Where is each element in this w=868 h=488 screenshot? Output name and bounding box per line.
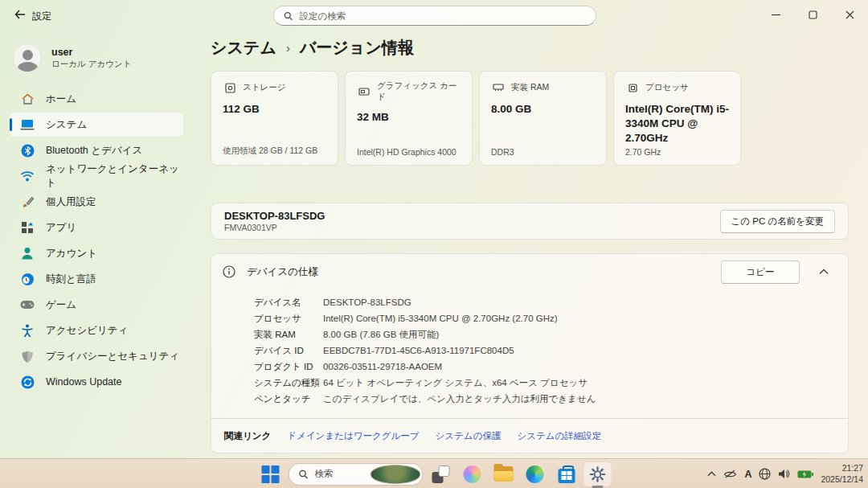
network-icon — [20, 169, 35, 183]
minimize-button[interactable] — [757, 0, 794, 29]
storage-icon — [223, 80, 237, 95]
volume-icon[interactable] — [778, 469, 790, 479]
personalization-icon — [20, 195, 35, 209]
start-button[interactable] — [257, 462, 285, 486]
settings-search-box[interactable] — [273, 6, 596, 26]
sidebar-item-label: Windows Update — [46, 376, 122, 388]
breadcrumb: システム › バージョン情報 — [211, 37, 414, 59]
eye-slash-icon[interactable] — [723, 469, 737, 479]
sidebar-item-personalization[interactable]: 個人用設定 — [10, 190, 183, 214]
chevron-up-icon — [819, 269, 829, 275]
link-advanced-system-settings[interactable]: システムの詳細設定 — [517, 430, 601, 442]
spec-value: EEBDC7B1-77D1-45C6-A913-11971FC804D5 — [323, 346, 514, 355]
copilot-icon — [464, 465, 481, 483]
windows-logo-icon — [262, 465, 280, 483]
card-detail: DDR3 — [491, 147, 598, 157]
bluetooth-icon — [20, 143, 35, 158]
taskbar-search[interactable]: 検索 — [289, 463, 424, 486]
clock-date: 2025/12/14 — [821, 474, 863, 485]
file-explorer-button[interactable] — [490, 462, 518, 486]
spec-value: このディスプレイでは、ペン入力とタッチ入力は利用できません — [323, 393, 596, 405]
sidebar-item-label: 個人用設定 — [46, 195, 96, 209]
sidebar: user ローカル アカウント ホーム システム Bluetooth とデバイス… — [0, 29, 193, 458]
accessibility-icon — [20, 323, 35, 338]
sidebar-item-bluetooth-devices[interactable]: Bluetooth とデバイス — [10, 138, 183, 162]
card-label: プロセッサ — [645, 82, 689, 93]
card-value: Intel(R) Core(TM) i5-3340M CPU @ 2.70GHz — [625, 102, 729, 146]
link-domain-workgroup[interactable]: ドメインまたはワークグループ — [287, 430, 419, 442]
card-label: ストレージ — [243, 82, 285, 93]
sidebar-item-label: プライバシーとセキュリティ — [46, 350, 179, 363]
accounts-icon — [20, 246, 35, 260]
device-model: FMVA0301VP — [224, 223, 325, 232]
device-spec-header[interactable]: デバイスの仕様 コピー — [211, 254, 848, 289]
home-icon — [20, 92, 35, 106]
settings-button[interactable] — [584, 462, 612, 486]
store-button[interactable] — [553, 462, 580, 486]
card-detail: Intel(R) HD Graphics 4000 — [357, 147, 464, 157]
copilot-button[interactable] — [459, 462, 486, 486]
spec-value: 64 ビット オペレーティング システム、x64 ベース プロセッサ — [323, 377, 588, 389]
sidebar-item-label: システム — [46, 118, 87, 132]
maximize-button[interactable] — [794, 0, 831, 29]
spec-value: DESKTOP-83LFSDG — [323, 297, 411, 307]
taskbar-search-label: 検索 — [315, 468, 364, 480]
tray-expand-button[interactable] — [707, 471, 716, 477]
chevron-up-icon — [707, 471, 716, 477]
task-view-button[interactable] — [428, 462, 455, 486]
user-name: user — [51, 47, 131, 58]
clock-time: 21:27 — [821, 463, 863, 474]
ram-card: 実装 RAM 8.00 GB DDR3 — [479, 71, 607, 166]
device-name: DESKTOP-83LFSDG — [224, 210, 325, 222]
sidebar-item-home[interactable]: ホーム — [10, 87, 183, 111]
spec-value: Intel(R) Core(TM) i5-3340M CPU @ 2.70GHz… — [323, 314, 558, 323]
sidebar-item-gaming[interactable]: ゲーム — [10, 293, 183, 317]
taskbar: 検索 A 21:27 2025/12/14 — [0, 458, 868, 488]
time-language-icon — [20, 272, 35, 286]
sidebar-item-system[interactable]: システム — [10, 113, 183, 137]
back-button[interactable] — [8, 5, 32, 24]
apps-icon — [20, 220, 35, 235]
store-icon — [558, 469, 575, 483]
gaming-icon — [20, 297, 35, 312]
copy-button[interactable]: コピー — [721, 260, 800, 284]
page-title: バージョン情報 — [300, 37, 414, 59]
card-value: 32 MB — [357, 110, 461, 125]
storage-card: ストレージ 112 GB 使用領域 28 GB / 112 GB — [211, 71, 338, 166]
gear-icon — [589, 465, 607, 483]
sidebar-item-accounts[interactable]: アカウント — [10, 241, 183, 265]
ime-mode-indicator[interactable]: A — [744, 469, 751, 480]
device-spec-title: デバイスの仕様 — [247, 265, 710, 279]
spec-label: デバイス ID — [254, 345, 323, 357]
sidebar-item-network-internet[interactable]: ネットワークとインターネット — [10, 164, 183, 188]
sidebar-item-label: アプリ — [46, 221, 76, 235]
battery-icon[interactable] — [797, 470, 813, 479]
sidebar-item-windows-update[interactable]: Windows Update — [10, 370, 183, 394]
sidebar-item-label: 時刻と言語 — [46, 273, 96, 286]
sidebar-item-apps[interactable]: アプリ — [10, 215, 183, 240]
sidebar-item-time-language[interactable]: 時刻と言語 — [10, 267, 183, 291]
collapse-button[interactable] — [811, 265, 837, 278]
sidebar-item-accessibility[interactable]: アクセシビリティ — [10, 318, 183, 342]
breadcrumb-system[interactable]: システム — [211, 37, 276, 59]
cpu-icon — [625, 80, 640, 95]
taskbar-clock[interactable]: 21:27 2025/12/14 — [821, 463, 863, 484]
search-input[interactable] — [299, 11, 586, 21]
rename-pc-button[interactable]: この PC の名前を変更 — [720, 210, 835, 233]
app-title: 設定 — [32, 10, 51, 23]
sidebar-item-label: Bluetooth とデバイス — [46, 144, 142, 158]
system-icon — [20, 117, 35, 132]
close-button[interactable] — [831, 0, 868, 29]
network-globe-icon[interactable] — [759, 468, 771, 480]
spec-label: ペンとタッチ — [254, 393, 323, 405]
sidebar-item-label: ゲーム — [46, 298, 76, 312]
edge-button[interactable] — [522, 462, 549, 486]
sidebar-item-privacy-security[interactable]: プライバシーとセキュリティ — [10, 344, 183, 368]
spec-row: 実装 RAM8.00 GB (7.86 GB 使用可能) — [254, 326, 835, 342]
user-profile[interactable]: user ローカル アカウント — [13, 43, 182, 72]
sidebar-item-label: ネットワークとインターネット — [46, 162, 183, 190]
task-view-icon — [432, 465, 450, 483]
spec-row: ペンとタッチこのディスプレイでは、ペン入力とタッチ入力は利用できません — [254, 391, 835, 407]
link-system-protection[interactable]: システムの保護 — [436, 430, 502, 442]
gpu-icon — [357, 84, 371, 99]
